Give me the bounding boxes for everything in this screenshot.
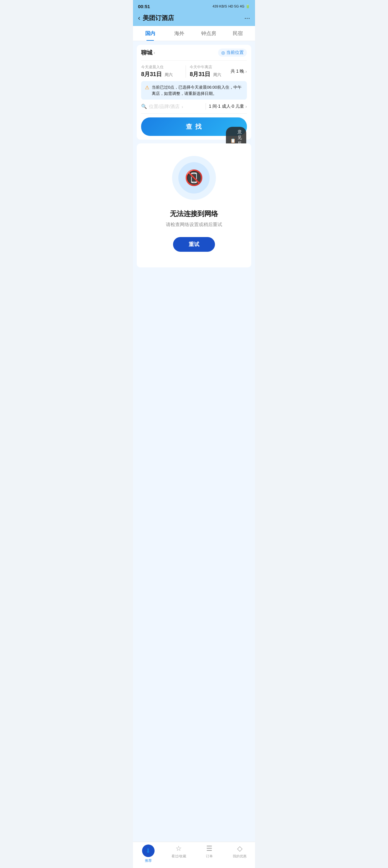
check-out-date: 8月31日 周六 xyxy=(190,70,230,78)
search-filter-row: 🔍 位置/品牌/酒店 › 1 间·1 成人·0 儿童 › xyxy=(141,103,247,114)
warning-icon: ⚠ xyxy=(145,85,149,96)
nav-label-recommend: 推荐 xyxy=(145,858,152,863)
feedback-icon: 📋 xyxy=(230,138,236,143)
nav-item-orders[interactable]: ☰ 订单 xyxy=(194,844,225,863)
discount-icon: ◇ xyxy=(237,844,243,852)
room-filter-chevron-icon: › xyxy=(245,104,247,109)
circle-inner: 📵 xyxy=(179,162,209,193)
location-left[interactable]: 聊城 › xyxy=(141,49,218,56)
search-chevron-icon: › xyxy=(182,104,183,109)
tab-overseas[interactable]: 海外 xyxy=(165,26,194,41)
app-header: ‹ 美团订酒店 ··· xyxy=(133,11,255,26)
check-out-block[interactable]: 今天中午离店 8月31日 周六 xyxy=(190,64,230,78)
nav-label-orders: 订单 xyxy=(206,854,213,859)
no-network-subtitle: 请检查网络设置或稍后重试 xyxy=(143,222,245,228)
circle-outer: 📵 xyxy=(172,156,216,200)
nav-label-discount: 我的优惠 xyxy=(233,854,247,859)
location-placeholder: 位置/品牌/酒店 xyxy=(149,104,180,110)
check-out-weekday: 周六 xyxy=(213,72,221,77)
nav-badge-recommend: ⬇ xyxy=(142,844,155,857)
check-in-label: 今天凌晨入住 xyxy=(141,64,182,70)
search-icon: 🔍 xyxy=(141,104,147,109)
battery-icon: 🔋 xyxy=(246,4,250,8)
nav-badge-circle: ⬇ xyxy=(142,844,155,857)
status-icons: 439 KB/S HD 5G 4G 🔋 xyxy=(213,4,250,8)
location-name: 聊城 xyxy=(141,49,152,56)
current-location-button[interactable]: ◎ 当前位置 xyxy=(218,49,247,57)
wifi-off-icon: 📵 xyxy=(185,169,203,187)
location-row: 聊城 › ◎ 当前位置 xyxy=(141,49,247,61)
tab-hourly[interactable]: 钟点房 xyxy=(194,26,223,41)
main-content: 聊城 › ◎ 当前位置 今天凌晨入住 8月31日 周六 今天中午离店 8月3 xyxy=(133,41,255,843)
date-row[interactable]: 今天凌晨入住 8月31日 周六 今天中午离店 8月31日 周六 共 1 晚 › xyxy=(141,64,247,78)
location-target-icon: ◎ xyxy=(221,50,225,55)
location-chevron-icon: › xyxy=(154,50,155,55)
tab-bar: 国内 海外 钟点房 民宿 xyxy=(133,26,255,41)
room-filter[interactable]: 1 间·1 成人·0 儿童 › xyxy=(209,104,247,109)
nav-label-history: 看过/收藏 xyxy=(171,854,186,859)
tab-domestic[interactable]: 国内 xyxy=(135,26,165,41)
nav-item-history[interactable]: ☆ 看过/收藏 xyxy=(164,844,194,863)
date-divider xyxy=(186,65,186,78)
back-button[interactable]: ‹ xyxy=(138,14,140,22)
location-search-input[interactable]: 🔍 位置/品牌/酒店 › xyxy=(141,104,202,110)
no-network-illustration: 📵 xyxy=(172,156,216,200)
status-bar: 00:51 439 KB/S HD 5G 4G 🔋 xyxy=(133,0,255,11)
no-network-title: 无法连接到网络 xyxy=(143,209,245,219)
signal-icons: HD 5G 4G xyxy=(228,4,245,8)
network-speed: 439 KB/S xyxy=(213,4,227,8)
orders-icon: ☰ xyxy=(206,844,213,852)
current-location-label: 当前位置 xyxy=(226,50,244,55)
check-in-weekday: 周六 xyxy=(165,72,173,77)
search-card: 聊城 › ◎ 当前位置 今天凌晨入住 8月31日 周六 今天中午离店 8月3 xyxy=(137,45,251,140)
header-left: ‹ 美团订酒店 xyxy=(138,14,174,22)
nights-chevron-icon: › xyxy=(245,69,247,74)
nights-info: 共 1 晚 › xyxy=(231,69,247,74)
nav-item-discount[interactable]: ◇ 我的优惠 xyxy=(225,844,255,863)
search-btn-wrapper: 查 找 📋 意见反馈 xyxy=(141,117,247,136)
more-button[interactable]: ··· xyxy=(245,14,250,22)
filter-divider xyxy=(205,103,206,110)
room-filter-text: 1 间·1 成人·0 儿童 xyxy=(209,104,245,109)
check-out-label: 今天中午离店 xyxy=(190,64,230,70)
warning-text: 当前已过0点，已选择今天凌晨06:00前入住，中午离店，如需调整，请重新选择日期… xyxy=(152,84,243,96)
bottom-nav: ⬇ 推荐 ☆ 看过/收藏 ☰ 订单 ◇ 我的优惠 xyxy=(133,842,255,868)
status-time: 00:51 xyxy=(138,4,150,9)
retry-button[interactable]: 重试 xyxy=(173,237,215,252)
check-in-block[interactable]: 今天凌晨入住 8月31日 周六 xyxy=(141,64,182,78)
no-network-section: 📵 无法连接到网络 请检查网络设置或稍后重试 重试 xyxy=(137,144,251,268)
tab-homestay[interactable]: 民宿 xyxy=(223,26,253,41)
recommend-icon: ⬇ xyxy=(146,847,151,855)
warning-box: ⚠ 当前已过0点，已选择今天凌晨06:00前入住，中午离店，如需调整，请重新选择… xyxy=(141,81,247,100)
nights-text: 共 1 晚 xyxy=(231,69,245,74)
history-icon: ☆ xyxy=(175,844,182,852)
check-in-date: 8月31日 周六 xyxy=(141,70,182,78)
app-title: 美团订酒店 xyxy=(143,14,174,22)
nav-item-recommend[interactable]: ⬇ 推荐 xyxy=(133,844,164,863)
